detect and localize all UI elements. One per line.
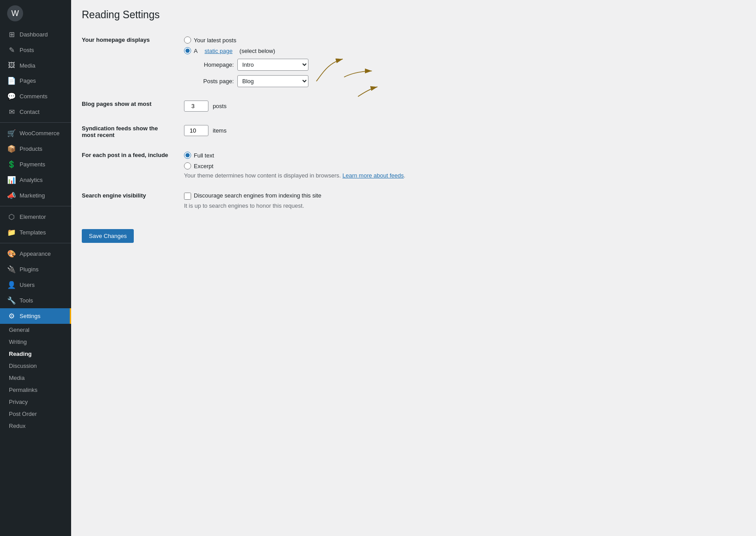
search-checkbox-label[interactable]: Discourage search engines from indexing … [184,192,741,200]
row-syndication: Syndication feeds show the most recent i… [82,118,745,145]
feed-helper-end: . [404,172,406,179]
sidebar-item-woocommerce[interactable]: 🛒 WooCommerce [0,125,71,141]
latest-posts-option[interactable]: Your latest posts [184,36,741,44]
settings-icon: ⚙ [7,312,16,320]
search-checkbox[interactable] [184,193,191,200]
sidebar-item-pages[interactable]: 📄 Pages [0,73,71,89]
sidebar-item-label: Elementor [20,214,46,220]
sidebar: W ⊞ Dashboard ✎ Posts 🖼 Media 📄 Pages 💬 … [0,0,71,536]
page-title: Reading Settings [82,9,745,21]
sub-selects: Homepage: Intro Blog About Contact Posts… [194,59,741,87]
homepage-select-row: Homepage: Intro Blog About Contact [194,59,741,71]
separator2 [0,206,71,206]
excerpt-radio[interactable] [184,162,191,169]
feed-helper-content: Your theme determines how content is dis… [184,172,341,179]
sidebar-item-label: Analytics [20,177,43,183]
sidebar-item-label: Pages [20,77,36,84]
submenu-label: Media [9,375,24,381]
wp-logo-icon: W [7,5,23,21]
sidebar-item-templates[interactable]: 📁 Templates [0,225,71,240]
syndication-label: Syndication feeds show the most recent [82,118,180,145]
static-page-suffix: (select below) [240,48,275,54]
excerpt-label: Excerpt [194,163,213,169]
sidebar-item-label: Appearance [20,250,51,257]
submenu-label: Discussion [9,363,37,369]
submenu-label: General [9,326,29,333]
plugins-icon: 🔌 [7,265,16,274]
search-checkbox-text: Discourage search engines from indexing … [194,192,321,199]
sidebar-item-label: Dashboard [20,31,48,38]
blog-pages-input[interactable] [184,101,208,112]
sidebar-item-payments[interactable]: 💲 Payments [0,157,71,172]
static-page-radio[interactable] [184,47,191,54]
sidebar-item-label: Media [20,62,35,69]
full-text-radio[interactable] [184,152,191,159]
feed-include-label: For each post in a feed, include [82,145,180,185]
sidebar-item-users[interactable]: 👤 Users [0,277,71,293]
sidebar-item-plugins[interactable]: 🔌 Plugins [0,262,71,277]
separator [0,122,71,123]
static-page-link[interactable]: static page [204,48,232,54]
search-visibility-label: Search engine visibility [82,185,180,216]
analytics-icon: 📊 [7,176,16,184]
homepage-select[interactable]: Intro Blog About Contact [237,59,308,71]
sidebar-item-elementor[interactable]: ⬡ Elementor [0,209,71,225]
elementor-icon: ⬡ [7,213,16,221]
submenu-label: Permalinks [9,387,37,393]
tools-icon: 🔧 [7,296,16,305]
sidebar-item-label: Plugins [20,266,39,273]
sidebar-item-posts[interactable]: ✎ Posts [0,42,71,58]
appearance-icon: 🎨 [7,250,16,258]
sidebar-item-label: Templates [20,229,46,236]
excerpt-option[interactable]: Excerpt [184,162,741,169]
submenu-item-reading[interactable]: Reading [0,348,71,360]
main-content: Reading Settings [71,0,756,536]
sidebar-item-tools[interactable]: 🔧 Tools [0,293,71,308]
pages-icon: 📄 [7,77,16,85]
feed-radio-group: Full text Excerpt [184,152,741,169]
sidebar-item-label: Contact [20,109,40,115]
submenu-item-discussion[interactable]: Discussion [0,360,71,372]
posts-page-select-label: Posts page: [194,78,234,85]
sidebar-item-label: Posts [20,47,34,53]
sidebar-item-label: Tools [20,297,33,304]
submenu-item-post-order[interactable]: Post Order [0,408,71,420]
latest-posts-radio[interactable] [184,36,191,44]
syndication-suffix: items [213,127,227,134]
submenu-item-privacy[interactable]: Privacy [0,396,71,408]
syndication-input[interactable] [184,125,208,136]
save-section: Save Changes [82,225,745,247]
blog-pages-suffix: posts [213,103,227,109]
sidebar-item-appearance[interactable]: 🎨 Appearance [0,246,71,262]
save-changes-button[interactable]: Save Changes [82,229,134,243]
syndication-value: items [180,118,745,145]
full-text-option[interactable]: Full text [184,152,741,159]
sidebar-item-media[interactable]: 🖼 Media [0,58,71,73]
reading-settings-form: Your homepage displays Your latest posts… [82,30,745,216]
submenu-item-media[interactable]: Media [0,372,71,384]
media-icon: 🖼 [7,61,16,69]
submenu-label: Reading [9,351,32,357]
sidebar-item-products[interactable]: 📦 Products [0,141,71,157]
sidebar-item-label: Payments [20,161,45,168]
posts-page-select[interactable]: Blog Intro About Contact [237,75,308,87]
submenu-item-general[interactable]: General [0,324,71,336]
submenu-item-redux[interactable]: Redux [0,420,71,432]
submenu-item-permalinks[interactable]: Permalinks [0,384,71,396]
sidebar-item-marketing[interactable]: 📣 Marketing [0,188,71,203]
sidebar-item-comments[interactable]: 💬 Comments [0,89,71,104]
row-search-visibility: Search engine visibility Discourage sear… [82,185,745,216]
separator3 [0,243,71,243]
users-icon: 👤 [7,281,16,289]
sidebar-item-contact[interactable]: ✉ Contact [0,104,71,120]
content-area: Your homepage displays Your latest posts… [82,30,745,247]
feed-include-options: Full text Excerpt Your theme determines … [180,145,745,185]
sidebar-item-analytics[interactable]: 📊 Analytics [0,172,71,188]
marketing-icon: 📣 [7,191,16,200]
sidebar-item-label: Comments [20,93,48,100]
static-page-option[interactable]: A static page (select below) [184,47,741,54]
submenu-item-writing[interactable]: Writing [0,336,71,348]
sidebar-item-dashboard[interactable]: ⊞ Dashboard [0,27,71,42]
feed-helper-link[interactable]: Learn more about feeds [343,172,404,179]
sidebar-item-settings[interactable]: ⚙ Settings [0,308,71,324]
